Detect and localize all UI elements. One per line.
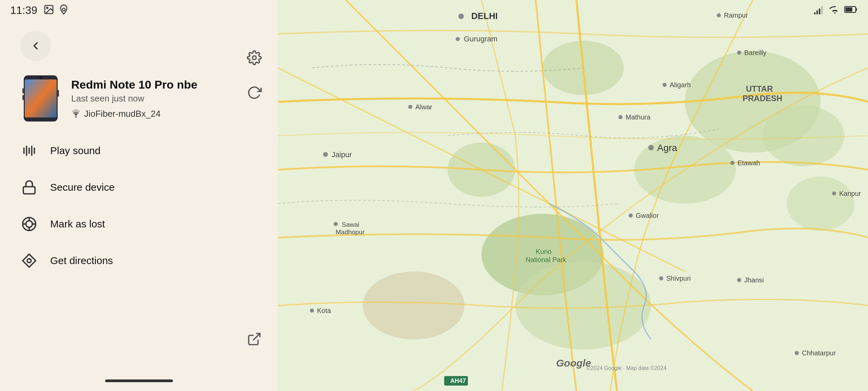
menu-list: Play sound Secure device [0, 126, 278, 391]
svg-point-50 [618, 115, 623, 119]
svg-point-54 [323, 152, 328, 157]
svg-line-25 [253, 334, 260, 340]
status-icons [43, 4, 69, 16]
svg-point-2 [62, 8, 65, 11]
svg-point-71 [310, 309, 314, 313]
svg-text:Google: Google [556, 357, 591, 369]
svg-point-40 [717, 13, 721, 17]
svg-point-33 [787, 176, 854, 231]
svg-text:Madhopur: Madhopur [336, 228, 365, 236]
svg-rect-84 [856, 8, 857, 11]
status-bar: 11:39 [0, 0, 278, 20]
wifi-status-icon [829, 4, 840, 17]
svg-point-73 [795, 351, 799, 355]
svg-text:Shivpuri: Shivpuri [666, 275, 691, 282]
svg-point-52 [648, 145, 654, 150]
svg-text:Kota: Kota [317, 307, 331, 314]
settings-icon [247, 50, 262, 65]
secure-device-label: Secure device [50, 182, 115, 193]
svg-text:Aligarh: Aligarh [670, 81, 691, 89]
svg-text:UTTAR: UTTAR [746, 84, 773, 93]
gallery-icon [43, 4, 54, 16]
svg-point-67 [659, 276, 663, 280]
play-sound-item[interactable]: Play sound [0, 132, 278, 169]
map-background: DELHI Gurugram Rampur Bareilly Aligarh U… [278, 0, 868, 391]
refresh-icon [247, 85, 262, 100]
network-name: JioFiber-mudBx_24 [84, 109, 160, 119]
left-panel: 11:39 [0, 0, 278, 391]
play-sound-label: Play sound [50, 145, 100, 156]
svg-point-9 [75, 116, 77, 118]
mark-as-lost-label: Mark as lost [50, 218, 105, 230]
svg-text:Chhatarpur: Chhatarpur [802, 349, 836, 357]
svg-text:Alwar: Alwar [415, 103, 432, 111]
svg-text:Kuno: Kuno [536, 248, 552, 255]
svg-point-48 [408, 105, 412, 109]
device-network: JioFiber-mudBx_24 [71, 109, 258, 119]
svg-text:Agra: Agra [657, 143, 677, 153]
svg-rect-7 [22, 88, 24, 93]
svg-point-63 [629, 213, 633, 218]
svg-point-56 [730, 161, 734, 165]
svg-point-5 [39, 76, 42, 79]
card-actions [244, 48, 264, 104]
svg-text:National Park: National Park [526, 256, 567, 263]
svg-text:Bareilly: Bareilly [744, 49, 767, 56]
back-button[interactable] [20, 31, 51, 61]
svg-point-34 [363, 272, 465, 339]
signal-icon [813, 4, 825, 17]
mark-as-lost-item[interactable]: Mark as lost [0, 206, 278, 242]
wifi-icon [71, 109, 81, 118]
device-name: Redmi Note 10 Pro nbe [71, 78, 258, 91]
status-bar-right [800, 0, 868, 20]
svg-point-58 [832, 191, 836, 196]
open-map-button[interactable] [244, 329, 264, 350]
external-link-icon [247, 332, 262, 347]
svg-text:Sawai: Sawai [342, 221, 359, 228]
svg-text:Jhansi: Jhansi [744, 276, 764, 284]
status-time: 11:39 [10, 4, 37, 17]
secure-device-item[interactable]: Secure device [0, 169, 278, 206]
svg-text:Jaipur: Jaipur [332, 150, 352, 159]
target-icon [20, 215, 38, 233]
svg-point-24 [27, 259, 31, 263]
svg-text:Gwalior: Gwalior [636, 212, 659, 219]
svg-rect-8 [22, 95, 24, 100]
get-directions-item[interactable]: Get directions [0, 242, 278, 279]
svg-text:Mathura: Mathura [626, 113, 651, 121]
svg-rect-85 [846, 7, 852, 12]
battery-icon [844, 4, 858, 17]
svg-point-69 [737, 278, 741, 282]
svg-point-60 [334, 222, 338, 226]
svg-rect-16 [23, 187, 35, 194]
sound-wave-icon [20, 142, 38, 160]
svg-point-44 [663, 83, 667, 87]
svg-text:AH47: AH47 [450, 377, 466, 384]
svg-rect-4 [25, 79, 57, 117]
refresh-button[interactable] [244, 82, 264, 104]
location-icon [58, 4, 69, 16]
device-card: Redmi Note 10 Pro nbe Last seen just now… [0, 61, 278, 126]
map-svg: DELHI Gurugram Rampur Bareilly Aligarh U… [278, 0, 868, 391]
svg-text:Gurugram: Gurugram [464, 35, 497, 43]
settings-button[interactable] [244, 48, 264, 69]
svg-text:Rampur: Rampur [724, 12, 748, 19]
device-info: Redmi Note 10 Pro nbe Last seen just now… [71, 78, 258, 119]
svg-rect-80 [816, 11, 818, 14]
svg-rect-81 [819, 8, 820, 14]
svg-point-35 [515, 261, 651, 350]
map-panel[interactable]: DELHI Gurugram Rampur Bareilly Aligarh U… [278, 0, 868, 391]
svg-point-36 [458, 14, 464, 19]
svg-point-18 [26, 221, 32, 227]
home-indicator [105, 379, 173, 382]
lock-icon [20, 179, 38, 196]
svg-text:PRADESH: PRADESH [743, 94, 782, 103]
svg-text:Etawah: Etawah [737, 159, 760, 167]
svg-text:©2024 Google · Map data ©2024: ©2024 Google · Map data ©2024 [587, 365, 666, 371]
device-last-seen: Last seen just now [71, 93, 258, 104]
nav-bar [0, 371, 278, 391]
svg-point-1 [46, 7, 48, 8]
svg-rect-82 [821, 6, 823, 14]
svg-point-38 [456, 37, 460, 41]
svg-rect-79 [814, 13, 815, 15]
